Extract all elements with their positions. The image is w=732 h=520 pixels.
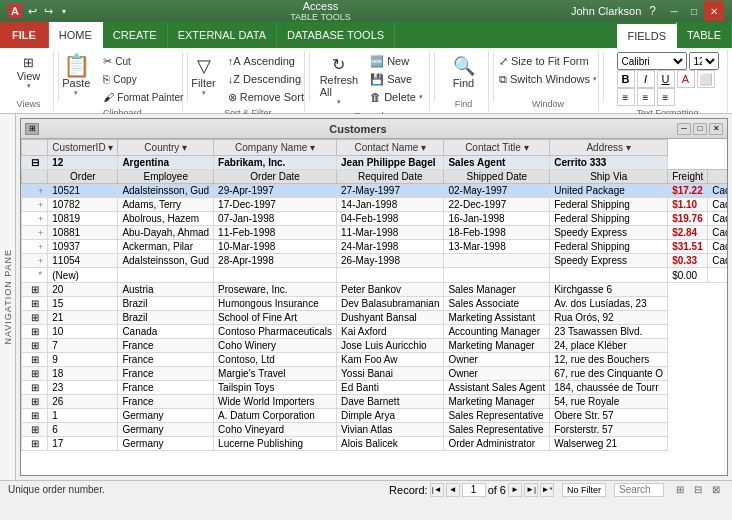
minimize-button[interactable]: ─ bbox=[664, 1, 684, 21]
col-address[interactable]: Address ▾ bbox=[550, 140, 668, 156]
expand-button[interactable]: ⊞ bbox=[22, 367, 48, 381]
sub-col-7[interactable]: Freight bbox=[668, 170, 708, 184]
table-row[interactable]: ⊞26FranceWide World ImportersDave Barnet… bbox=[22, 395, 728, 409]
layout-view-icon[interactable]: ⊟ bbox=[690, 482, 706, 498]
tab-external-data[interactable]: EXTERNAL DATA bbox=[168, 22, 277, 48]
filter-button[interactable]: ▽ Filter ▾ bbox=[186, 52, 220, 100]
table-row[interactable]: ⊞6GermanyCoho VineyardVivian AtlasSales … bbox=[22, 423, 728, 437]
cut-button[interactable]: ✂ Cut bbox=[98, 52, 188, 70]
expand-button[interactable]: ⊞ bbox=[22, 381, 48, 395]
new-record-button[interactable]: ►* bbox=[540, 483, 554, 497]
table-row[interactable]: ⊞18FranceMargie's TravelYossi BanaiOwner… bbox=[22, 367, 728, 381]
sub-col-6[interactable]: Ship Via bbox=[550, 170, 668, 184]
order-row[interactable]: +10782Adams, Terry17-Dec-199714-Jan-1998… bbox=[22, 198, 728, 212]
tw-minimize-button[interactable]: ─ bbox=[677, 123, 691, 135]
tab-file[interactable]: FILE bbox=[0, 22, 49, 48]
tab-fields[interactable]: FIELDS bbox=[617, 22, 677, 48]
font-size-select[interactable]: 12 bbox=[689, 52, 719, 70]
tab-database-tools[interactable]: DATABASE TOOLS bbox=[277, 22, 395, 48]
refresh-button[interactable]: ↻ Refresh All ▾ bbox=[315, 52, 364, 109]
next-record-button[interactable]: ► bbox=[508, 483, 522, 497]
sub-col-1[interactable]: Order bbox=[48, 170, 118, 184]
expand-button[interactable]: ⊞ bbox=[22, 339, 48, 353]
expand-button[interactable]: ⊞ bbox=[22, 423, 48, 437]
tab-table[interactable]: TABLE bbox=[677, 22, 732, 48]
expand-button[interactable]: ⊞ bbox=[22, 311, 48, 325]
datasheet-view-icon[interactable]: ⊞ bbox=[672, 482, 688, 498]
ascending-button[interactable]: ↑A Ascending bbox=[223, 52, 309, 70]
sub-col-2[interactable]: Employee bbox=[118, 170, 214, 184]
col-customerid[interactable]: CustomerID ▾ bbox=[48, 140, 118, 156]
expand-button[interactable]: ⊞ bbox=[22, 353, 48, 367]
sub-col-3[interactable]: Order Date bbox=[214, 170, 337, 184]
navigation-pane[interactable]: Navigation Pane bbox=[0, 114, 16, 480]
undo-icon[interactable]: ↩ bbox=[26, 5, 38, 17]
sub-col-5[interactable]: Shipped Date bbox=[444, 170, 550, 184]
table-container[interactable]: CustomerID ▾ Country ▾ Company Name ▾ Co… bbox=[21, 139, 727, 475]
underline-button[interactable]: U bbox=[657, 70, 675, 88]
view-button[interactable]: ⊞ View ▾ bbox=[11, 52, 47, 93]
expand-button[interactable]: ⊞ bbox=[22, 395, 48, 409]
new-button[interactable]: 🆕 New bbox=[365, 52, 428, 70]
table-row[interactable]: ⊟12ArgentinaFabrikam, Inc.Jean Philippe … bbox=[22, 156, 728, 170]
table-row[interactable]: ⊞10CanadaContoso PharmaceuticalsKai Axfo… bbox=[22, 325, 728, 339]
bold-button[interactable]: B bbox=[617, 70, 635, 88]
tw-maximize-button[interactable]: □ bbox=[693, 123, 707, 135]
no-filter-button[interactable]: No Filter bbox=[562, 483, 606, 497]
tw-close-button[interactable]: ✕ bbox=[709, 123, 723, 135]
highlight-button[interactable]: ⬜ bbox=[697, 70, 715, 88]
record-number-input[interactable] bbox=[462, 483, 486, 497]
table-row[interactable]: ⊞7FranceCoho WineryJose Luis AuricchioMa… bbox=[22, 339, 728, 353]
col-title[interactable]: Contact Title ▾ bbox=[444, 140, 550, 156]
redo-icon[interactable]: ↪ bbox=[42, 5, 54, 17]
col-contact[interactable]: Contact Name ▾ bbox=[337, 140, 444, 156]
copy-button[interactable]: ⎘ Copy bbox=[98, 70, 188, 88]
table-row[interactable]: ⊞17GermanyLucerne PublishingAlois Balice… bbox=[22, 437, 728, 451]
expand-button[interactable]: ⊞ bbox=[22, 283, 48, 297]
tab-home[interactable]: HOME bbox=[49, 22, 103, 48]
first-record-button[interactable]: |◄ bbox=[430, 483, 444, 497]
table-row[interactable]: ⊞15BrazilHumongous InsuranceDev Balasubr… bbox=[22, 297, 728, 311]
order-row[interactable]: +10881Abu-Dayah, Ahmad11-Feb-199811-Mar-… bbox=[22, 226, 728, 240]
italic-button[interactable]: I bbox=[637, 70, 655, 88]
table-row[interactable]: ⊞20AustriaProseware, Inc.Peter BankovSal… bbox=[22, 283, 728, 297]
find-button[interactable]: 🔍 Find bbox=[448, 52, 480, 92]
tab-create[interactable]: CREATE bbox=[103, 22, 168, 48]
expand-button[interactable]: ⊞ bbox=[22, 409, 48, 423]
close-button[interactable]: ✕ bbox=[704, 1, 724, 21]
order-row[interactable]: *(New)$0.00 bbox=[22, 268, 728, 283]
search-input[interactable] bbox=[614, 483, 664, 497]
order-row[interactable]: +10937Ackerman, Pilar10-Mar-199824-Mar-1… bbox=[22, 240, 728, 254]
expand-button[interactable]: ⊞ bbox=[22, 297, 48, 311]
sub-col-8[interactable]: Ship Name bbox=[708, 170, 727, 184]
descending-button[interactable]: ↓Z Descending bbox=[223, 70, 309, 88]
order-row[interactable]: +10819Abolrous, Hazem07-Jan-199804-Feb-1… bbox=[22, 212, 728, 226]
customize-icon[interactable]: ▾ bbox=[58, 5, 70, 17]
delete-button[interactable]: 🗑 Delete ▾ bbox=[365, 88, 428, 106]
font-select[interactable]: Calibri bbox=[617, 52, 687, 70]
maximize-button[interactable]: □ bbox=[684, 1, 704, 21]
align-left-button[interactable]: ≡ bbox=[617, 88, 635, 106]
order-row[interactable]: +10521Adalsteinsson, Gud29-Apr-199727-Ma… bbox=[22, 184, 728, 198]
table-row[interactable]: ⊞23FranceTailspin ToysEd BantiAssistant … bbox=[22, 381, 728, 395]
col-country[interactable]: Country ▾ bbox=[118, 140, 214, 156]
sub-col-4[interactable]: Required Date bbox=[337, 170, 444, 184]
table-row[interactable]: ⊞21BrazilSchool of Fine ArtDushyant Bans… bbox=[22, 311, 728, 325]
paste-button[interactable]: 📋 Paste ▾ bbox=[56, 52, 96, 100]
prev-record-button[interactable]: ◄ bbox=[446, 483, 460, 497]
last-record-button[interactable]: ►| bbox=[524, 483, 538, 497]
table-row[interactable]: ⊞1GermanyA. Datum CorporationDimple Arya… bbox=[22, 409, 728, 423]
expand-button[interactable]: ⊟ bbox=[22, 156, 48, 170]
align-right-button[interactable]: ≡ bbox=[657, 88, 675, 106]
font-color-button[interactable]: A bbox=[677, 70, 695, 88]
help-icon[interactable]: ? bbox=[649, 4, 656, 18]
size-fit-button[interactable]: ⤢ Size to Fit Form bbox=[494, 52, 602, 70]
table-row[interactable]: ⊞9FranceContoso, LtdKam Foo AwOwner12, r… bbox=[22, 353, 728, 367]
col-company[interactable]: Company Name ▾ bbox=[214, 140, 337, 156]
expand-button[interactable]: ⊞ bbox=[22, 325, 48, 339]
save-button[interactable]: 💾 Save bbox=[365, 70, 428, 88]
design-view-icon[interactable]: ⊠ bbox=[708, 482, 724, 498]
expand-button[interactable]: ⊞ bbox=[22, 437, 48, 451]
format-painter-button[interactable]: 🖌 Format Painter bbox=[98, 88, 188, 106]
align-center-button[interactable]: ≡ bbox=[637, 88, 655, 106]
